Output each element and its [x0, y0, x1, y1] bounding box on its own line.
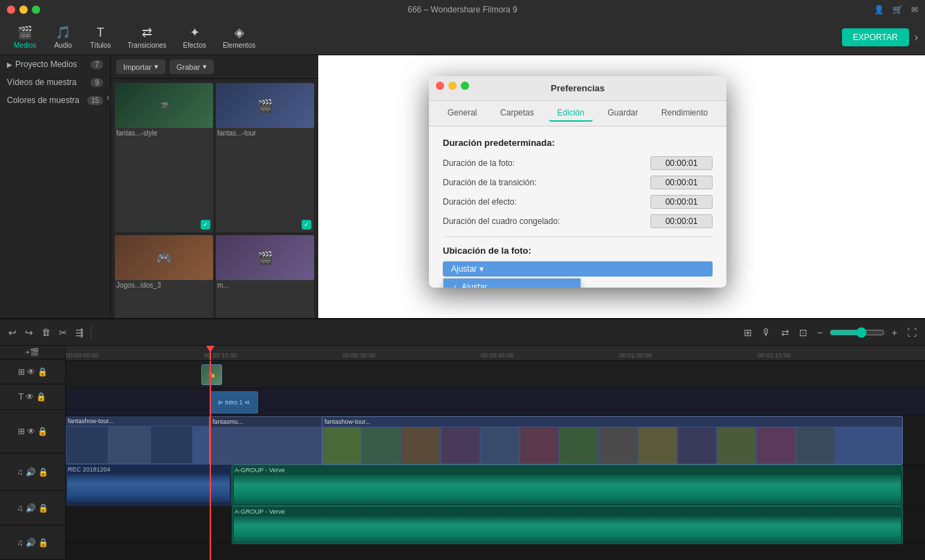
track-label-title: T 👁 🔒 [0, 384, 65, 409]
modal-minimize-button[interactable] [448, 82, 457, 90]
maximize-button[interactable] [32, 6, 40, 14]
track-audio-icon: ♫ [17, 503, 24, 513]
track-eye-icon[interactable]: 👁 [26, 392, 34, 402]
track-eye-icon[interactable]: 👁 [27, 427, 35, 436]
medios-label: Medios [14, 41, 36, 49]
modal-maximize-button[interactable] [461, 82, 469, 90]
thumb-label: Jogos...idos_3 [115, 280, 213, 290]
track-lock-icon[interactable]: 🔒 [38, 467, 48, 477]
tab-general[interactable]: General [439, 105, 486, 122]
track-label-overlay: ⊞ 👁 🔒 [0, 360, 65, 384]
undo-button[interactable]: ↩ [6, 324, 19, 341]
close-button[interactable] [7, 6, 15, 14]
audio-icon: 🎵 [55, 25, 71, 40]
track-label-audio3: ♫ 🔊 🔒 [0, 525, 65, 560]
import-button[interactable]: Importar ▾ [116, 59, 165, 74]
playhead-ruler [210, 346, 211, 360]
dropdown-chevron-icon: ▾ [479, 264, 484, 274]
track-lock-icon[interactable]: 🔒 [37, 367, 48, 377]
toolbar-audio[interactable]: 🎵 Audio [46, 22, 80, 52]
toolbar-separator [91, 326, 91, 339]
track-mute-icon[interactable]: 🔊 [26, 503, 36, 513]
thumb-preview-text: 🎮 [156, 250, 172, 265]
modal-close-button[interactable] [436, 82, 444, 90]
mail-icon[interactable]: ✉ [911, 5, 918, 15]
import-label: Importar [123, 63, 152, 71]
preferences-body: Duración predeterminada: Duración de la … [429, 127, 726, 288]
ubicacion-dropdown-trigger[interactable]: Ajustar ▾ [443, 261, 713, 277]
grab-button[interactable]: Grabar ▾ [170, 59, 214, 74]
track-label-audio1: ♫ 🔊 🔒 [0, 454, 65, 491]
redo-button[interactable]: ↪ [22, 324, 36, 341]
track-mute-icon[interactable]: 🔊 [26, 538, 36, 548]
sidebar-count: 9 [91, 78, 103, 87]
ubicacion-dropdown: Ajustar ▾ ✓ Ajustar Recortar para ajusta… [443, 261, 713, 277]
window-controls [7, 6, 40, 14]
field-cuadro: Duración del cuadro congelado: [443, 214, 713, 228]
dropdown-option-ajustar[interactable]: ✓ Ajustar [443, 279, 580, 288]
track-audio-icon: ♫ [17, 538, 24, 548]
track-lock-icon[interactable]: 🔒 [38, 503, 48, 513]
clip-content: 🎭 [208, 372, 215, 378]
toolbar-efectos[interactable]: ✦ Efectos [176, 22, 213, 52]
media-thumb[interactable]: 🎬 fantas...-style ✓ [115, 83, 213, 232]
clip-rec[interactable]: REC 20181204 [66, 465, 232, 506]
field-transicion-input[interactable] [650, 176, 713, 189]
cart-icon[interactable]: 🛒 [892, 5, 903, 15]
track-audio-icon: ♫ [17, 467, 24, 477]
thumb-preview-text: 🎬 [159, 101, 170, 111]
sidebar-item-colores-muestra[interactable]: Colores de muestra 15 [0, 91, 110, 109]
tab-carpetas[interactable]: Carpetas [492, 105, 542, 122]
thumb-strip [66, 427, 108, 463]
minimize-button[interactable] [19, 6, 28, 14]
section-divider [443, 236, 713, 237]
clip-overlay[interactable]: 🎭 [201, 364, 222, 385]
sidebar-item-proyecto-medios[interactable]: ▶ Proyecto Medios 7 [0, 55, 110, 73]
track-lock-icon[interactable]: 🔒 [36, 392, 46, 402]
user-icon[interactable]: 👤 [874, 5, 884, 15]
toolbar-titulos[interactable]: T Títulos [83, 23, 118, 52]
toolbar-transiciones[interactable]: ⇄ Transiciones [120, 22, 173, 52]
adjust-button[interactable]: ⇶ [73, 324, 86, 341]
track-lock-icon[interactable]: 🔒 [38, 538, 48, 548]
clip-fantashow1[interactable]: fantashow-tour... [66, 416, 210, 465]
sidebar-item-videos-muestra[interactable]: Vídeos de muestra 9 [0, 73, 110, 91]
thumb-preview-text: 🎬 [257, 250, 273, 265]
field-efecto: Duración del efecto: [443, 195, 713, 209]
cut-button[interactable]: ✂ [56, 324, 70, 341]
duration-section-title: Duración predeterminada: [443, 138, 713, 148]
main-toolbar: 🎬 Medios 🎵 Audio T Títulos ⇄ Transicione… [0, 19, 925, 55]
tab-guardar[interactable]: Guardar [599, 105, 646, 122]
delete-button[interactable]: 🗑 [39, 324, 53, 340]
elementos-icon: ◈ [235, 25, 244, 40]
field-efecto-input[interactable] [650, 195, 713, 209]
track-mute-icon[interactable]: 🔊 [26, 467, 36, 477]
toolbar-elementos[interactable]: ◈ Elementos [216, 22, 262, 52]
clip-intro1-label: ⊳ Intro 1 ⊲ [218, 399, 250, 406]
sidebar-label: Vídeos de muestra [7, 77, 91, 87]
tab-rendimiento[interactable]: Rendimiento [653, 105, 716, 122]
add-video-track-button[interactable]: +🎬 [26, 348, 39, 357]
checkmark-icon: ✓ [452, 283, 457, 288]
field-foto-input[interactable] [650, 156, 713, 170]
tab-edicion[interactable]: Edición [549, 105, 592, 122]
collapse-panel-button[interactable]: ‹ [105, 90, 111, 105]
expand-icon[interactable]: › [915, 31, 918, 44]
sidebar-arrow-icon: ▶ [7, 61, 12, 68]
modal-overlay: Preferencias General Carpetas Edición Gu… [318, 55, 925, 560]
ubicacion-dropdown-menu: ✓ Ajustar Recortar para ajustar Panórami… [443, 278, 581, 288]
export-button[interactable]: EXPORTAR [842, 28, 909, 46]
import-chevron-icon: ▾ [154, 62, 158, 71]
clip-intro1[interactable]: ⊳ Intro 1 ⊲ [210, 391, 258, 413]
track-label-audio2: ♫ 🔊 🔒 [0, 491, 65, 525]
media-thumb[interactable]: 🎬 fantas...-tour ✓ [216, 83, 314, 232]
field-cuadro-input[interactable] [650, 214, 713, 228]
titlebar: 666 – Wondershare Filmora 9 👤 🛒 ✉ [0, 0, 925, 19]
thumb-label: fantas...-style [115, 128, 213, 138]
preferences-title: Preferencias [429, 76, 726, 101]
track-eye-icon[interactable]: 👁 [27, 367, 35, 377]
track-overlay-icon: ⊞ [18, 367, 25, 377]
toolbar-medios[interactable]: 🎬 Medios [7, 22, 43, 52]
audio-label: Audio [54, 41, 72, 49]
track-lock-icon[interactable]: 🔒 [37, 427, 48, 436]
